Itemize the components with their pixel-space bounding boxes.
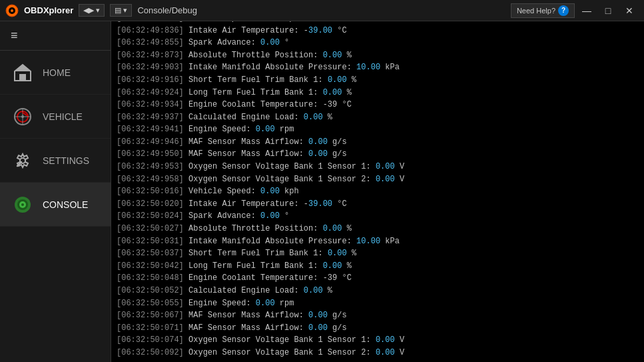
log-line: [06:32:50:024] Spark Advance: 0.00 ° [117, 210, 639, 223]
hamburger-button[interactable]: ≡ [8, 26, 21, 45]
toolbar-nav-icon: ◀▶ [83, 6, 94, 15]
log-line: [06:32:50:071] MAF Sensor Mass Airflow: … [117, 322, 639, 335]
maximize-button[interactable]: □ [599, 1, 617, 20]
log-line: [06:32:50:052] Calculated Engine Load: 0… [117, 285, 639, 297]
log-line: [06:32:49:953] Oxygen Sensor Voltage Ban… [117, 161, 639, 173]
sidebar: ≡ HOME [0, 21, 111, 362]
log-line: [06:32:50:037] Short Term Fuel Trim Bank… [117, 247, 639, 260]
log-line: [06:32:49:934] Engine Coolant Temperatur… [117, 99, 639, 111]
log-line: [06:32:50:055] Engine Speed: 0.00 rpm [117, 297, 639, 310]
toolbar-view-arrow: ▾ [123, 6, 127, 15]
help-label: Need Help? [517, 7, 555, 15]
log-line: [06:32:49:916] Short Term Fuel Trim Bank… [117, 74, 639, 87]
sidebar-item-home-label: HOME [43, 67, 71, 78]
svg-rect-4 [19, 74, 26, 81]
log-line: [06:32:50:016] Vehicle Speed: 0.00 kph [117, 185, 639, 198]
log-line: [06:32:49:873] Absolute Throttle Positio… [117, 49, 639, 62]
sidebar-item-console[interactable]: CONSOLE [0, 183, 111, 227]
sidebar-item-vehicle[interactable]: VEHICLE [0, 95, 111, 139]
log-line: [06:32:49:941] Engine Speed: 0.00 rpm [117, 123, 639, 136]
help-button[interactable]: Need Help? ? [511, 3, 575, 18]
main-content: ≡ HOME [0, 21, 644, 362]
svg-point-17 [21, 203, 24, 206]
toolbar-view-icon: ▤ [115, 6, 121, 15]
log-line: [06:32:50:092] Oxygen Sensor Voltage Ban… [117, 347, 639, 359]
close-button[interactable]: ✕ [620, 1, 639, 20]
toolbar-view-button[interactable]: ▤ ▾ [110, 4, 132, 17]
log-line: [06:32:49:937] Calculated Engine Load: 0… [117, 111, 639, 124]
log-line: [06:32:50:067] MAF Sensor Mass Airflow: … [117, 309, 639, 322]
sidebar-item-settings-label: SETTINGS [43, 155, 89, 166]
titlebar: OBDXplorer ◀▶ ▾ ▤ ▾ Console/Debug Need H… [0, 0, 644, 21]
log-line: [06:32:50:031] Intake Manifold Absolute … [117, 235, 639, 248]
console-output[interactable]: [06:32:49:638] Intake Manifold Absolute … [111, 21, 644, 362]
hamburger-icon: ≡ [11, 29, 18, 42]
log-line: [06:32:49:924] Long Term Fuel Trim Bank … [117, 87, 639, 99]
sidebar-item-settings[interactable]: SETTINGS [0, 139, 111, 183]
titlebar-right: Need Help? ? — □ ✕ [511, 1, 639, 20]
app-name: OBDXplorer [24, 5, 73, 15]
sidebar-header: ≡ [0, 21, 111, 51]
log-line: [06:32:49:836] Intake Air Temperature: -… [117, 25, 639, 37]
log-line: [06:32:49:958] Oxygen Sensor Voltage Ban… [117, 173, 639, 186]
log-line: [06:32:49:903] Intake Manifold Absolute … [117, 61, 639, 74]
log-line: [06:32:50:048] Engine Coolant Temperatur… [117, 272, 639, 285]
sidebar-item-console-label: CONSOLE [43, 199, 88, 210]
home-icon [11, 61, 35, 85]
settings-icon [11, 149, 35, 173]
svg-point-2 [11, 9, 13, 12]
log-line: [06:32:50:042] Long Term Fuel Trim Bank … [117, 260, 639, 273]
window-title: Console/Debug [137, 5, 197, 15]
log-line: [06:32:49:855] Spark Advance: 0.00 ° [117, 37, 639, 49]
console-icon [11, 193, 35, 217]
svg-point-11 [21, 115, 24, 118]
toolbar-nav-button[interactable]: ◀▶ ▾ [79, 4, 105, 17]
sidebar-item-vehicle-label: VEHICLE [43, 111, 83, 122]
log-line: [06:32:50:020] Intake Air Temperature: -… [117, 198, 639, 211]
titlebar-left: OBDXplorer ◀▶ ▾ ▤ ▾ Console/Debug [5, 4, 197, 17]
minimize-button[interactable]: — [577, 1, 596, 20]
log-line: [06:32:49:950] MAF Sensor Mass Airflow: … [117, 148, 639, 161]
log-line: [06:32:50:074] Oxygen Sensor Voltage Ban… [117, 334, 639, 347]
console-area: [06:32:49:638] Intake Manifold Absolute … [111, 21, 644, 362]
help-icon: ? [558, 5, 569, 16]
log-line: [06:32:49:946] MAF Sensor Mass Airflow: … [117, 136, 639, 149]
toolbar-nav-arrow: ▾ [96, 6, 100, 15]
vehicle-icon [11, 105, 35, 129]
log-line: [06:32:50:027] Absolute Throttle Positio… [117, 223, 639, 235]
app-logo [5, 4, 19, 17]
svg-marker-5 [15, 65, 31, 71]
sidebar-item-home[interactable]: HOME [0, 51, 111, 95]
